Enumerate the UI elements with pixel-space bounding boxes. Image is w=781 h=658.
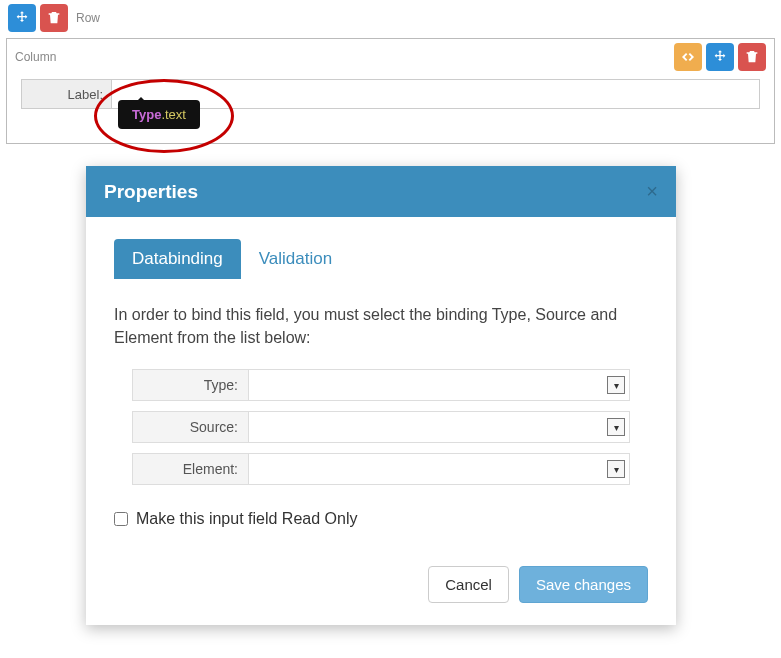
readonly-checkbox[interactable] [114, 512, 128, 526]
column-header: Column [7, 39, 774, 75]
dialog-body: Databinding Validation In order to bind … [86, 217, 676, 548]
bind-label-source: Source: [133, 412, 249, 442]
tooltip-type: Type [132, 107, 161, 122]
move-icon [712, 49, 728, 65]
code-icon [680, 49, 696, 65]
move-icon [14, 10, 30, 26]
bind-label-type: Type: [133, 370, 249, 400]
source-select[interactable] [249, 412, 629, 442]
properties-dialog: Properties × Databinding Validation In o… [86, 166, 676, 625]
tooltip-suffix: .text [161, 107, 186, 122]
delete-button-column[interactable] [738, 43, 766, 71]
tab-databinding[interactable]: Databinding [114, 239, 241, 279]
tab-bar: Databinding Validation [114, 239, 648, 279]
move-button[interactable] [8, 4, 36, 32]
close-icon: × [646, 180, 658, 202]
readonly-label: Make this input field Read Only [136, 510, 357, 528]
binding-tooltip: Type.text [118, 100, 200, 129]
code-button[interactable] [674, 43, 702, 71]
dialog-footer: Cancel Save changes [86, 548, 676, 625]
type-select[interactable] [249, 370, 629, 400]
instruction-text: In order to bind this field, you must se… [114, 303, 648, 349]
delete-button[interactable] [40, 4, 68, 32]
column-actions [674, 43, 766, 71]
bind-row-element: Element: ▾ [132, 453, 630, 485]
row-label: Row [76, 11, 100, 25]
row-toolbar: Row [0, 0, 781, 36]
trash-icon [744, 49, 760, 65]
close-button[interactable]: × [646, 180, 658, 203]
dialog-title: Properties [104, 181, 198, 203]
dialog-header: Properties × [86, 166, 676, 217]
bind-label-element: Element: [133, 454, 249, 484]
readonly-option[interactable]: Make this input field Read Only [114, 510, 648, 528]
tab-content: In order to bind this field, you must se… [114, 303, 648, 528]
column-title: Column [15, 50, 56, 64]
bind-row-source: Source: ▾ [132, 411, 630, 443]
move-button-column[interactable] [706, 43, 734, 71]
field-label: Label: [22, 80, 112, 108]
cancel-button[interactable]: Cancel [428, 566, 509, 603]
tab-validation[interactable]: Validation [241, 239, 350, 279]
element-select[interactable] [249, 454, 629, 484]
bind-row-type: Type: ▾ [132, 369, 630, 401]
save-button[interactable]: Save changes [519, 566, 648, 603]
trash-icon [46, 10, 62, 26]
label-input[interactable] [112, 80, 759, 108]
binding-table: Type: ▾ Source: ▾ Element: [132, 369, 630, 485]
